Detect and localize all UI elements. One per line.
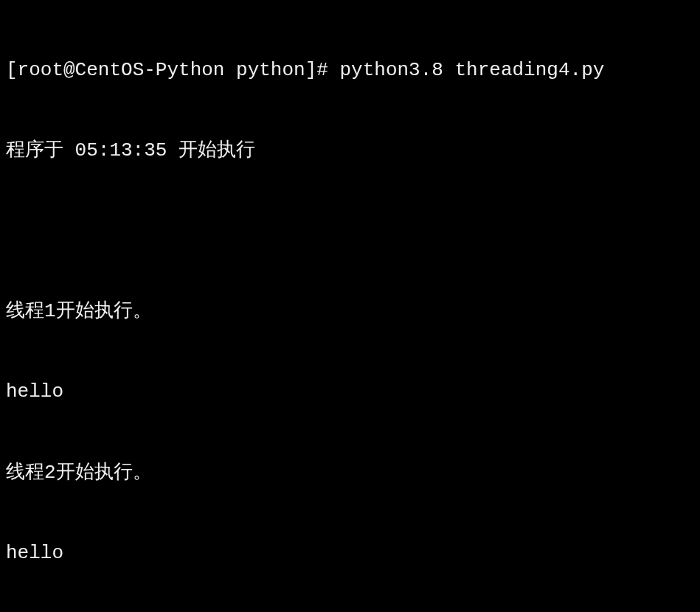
terminal-line: 线程2开始执行。	[6, 459, 694, 486]
terminal-output[interactable]: [root@CentOS-Python python]# python3.8 t…	[6, 3, 694, 612]
terminal-line: hello	[6, 378, 694, 405]
terminal-line	[6, 218, 694, 244]
terminal-line: hello	[6, 540, 694, 566]
terminal-line: 程序于 05:13:35 开始执行	[6, 137, 694, 164]
terminal-line: 线程1开始执行。	[6, 298, 694, 324]
terminal-line: [root@CentOS-Python python]# python3.8 t…	[6, 57, 694, 83]
